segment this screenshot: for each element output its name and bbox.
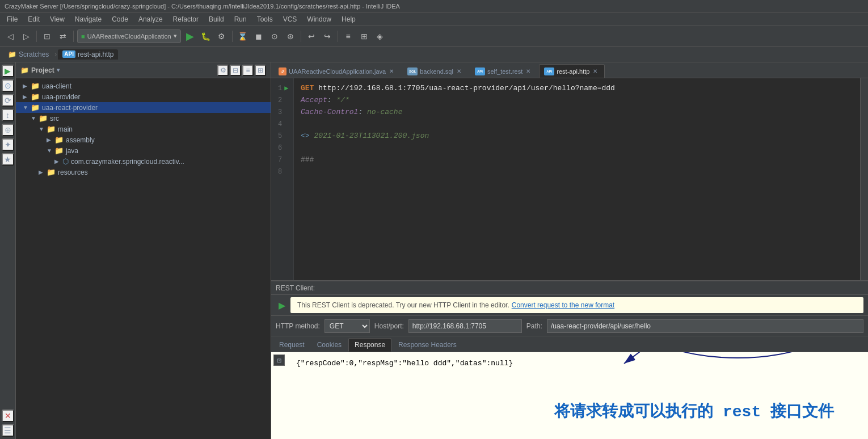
code-line-7: ### [301, 154, 861, 166]
menu-build[interactable]: Build [204, 14, 229, 24]
toolbar-extra2[interactable]: ⊞ [357, 29, 371, 43]
tab-request-label: Request [279, 341, 305, 349]
left-icon-star[interactable]: ★ [2, 153, 14, 166]
breadcrumb-restapi[interactable]: API rest-api.http [58, 49, 118, 60]
tab-icon-sql: SQL [407, 67, 418, 75]
tab-cookies[interactable]: Cookies [311, 338, 347, 352]
host-input[interactable] [408, 319, 522, 333]
response-tool-btn1[interactable]: ⊡ [273, 354, 285, 366]
folder-icon-assembly: 📁 [54, 136, 64, 144]
toolbar-undo[interactable]: ↩ [305, 29, 318, 43]
path-input[interactable] [547, 319, 863, 333]
tree-sort-btn[interactable]: ≡ [242, 65, 254, 76]
tab-close-sql[interactable]: ✕ [456, 68, 462, 75]
tree-arrow-package: ▶ [54, 158, 62, 164]
tree-item-main[interactable]: ▼ 📁 main [16, 124, 271, 134]
tree-item-uaa-provider[interactable]: ▶ 📁 uaa-provider [16, 91, 271, 102]
menu-window[interactable]: Window [302, 14, 336, 24]
toolbar-build[interactable]: ⚙ [215, 29, 229, 43]
left-icon-run[interactable]: ▶ [2, 65, 14, 77]
rest-run-btn[interactable]: ▶ [276, 299, 288, 311]
scroll-bar-right[interactable] [860, 78, 868, 280]
left-icon-sync[interactable]: ⟳ [2, 94, 14, 107]
menu-view[interactable]: View [45, 14, 69, 24]
left-icon-nav[interactable]: ↕ [2, 109, 14, 121]
tree-arrow-java: ▼ [47, 147, 54, 154]
toolbar-recent[interactable]: ⊡ [40, 29, 54, 43]
menu-file[interactable]: File [2, 14, 22, 24]
tab-close-rest[interactable]: ✕ [525, 68, 532, 75]
code-area[interactable]: GET http://192.168.68.1:7705/uaa-react-p… [294, 78, 868, 280]
tab-icon-java: J [279, 67, 286, 75]
tree-item-java[interactable]: ▼ 📁 java [16, 145, 271, 156]
run-selector[interactable]: ■ UAAReactiveCloudApplication ▾ [77, 29, 181, 43]
menu-analyze[interactable]: Analyze [134, 14, 167, 24]
line-num-4: 4 [278, 119, 289, 130]
menu-navigate[interactable]: Navigate [70, 14, 106, 24]
line-2-num: 2 [278, 95, 282, 106]
http-method-label: HTTP method: [276, 322, 320, 330]
tab-rest-api[interactable]: API rest-api.http ✕ [539, 64, 605, 78]
svg-point-0 [624, 352, 851, 358]
toolbar-back[interactable]: ◁ [3, 29, 17, 43]
code-accept-key: Accept [301, 95, 327, 107]
response-toolbar: ⊡ [273, 354, 285, 366]
code-colon-1: : [327, 95, 336, 107]
tree-arrow-assembly: ▶ [47, 137, 54, 143]
folder-icon-uaa-react-provider: 📁 [31, 103, 40, 112]
menu-help[interactable]: Help [337, 14, 360, 24]
tree-item-src[interactable]: ▼ 📁 src [16, 113, 271, 124]
run-selector-icon: ■ [81, 33, 85, 40]
code-method: GET [301, 83, 318, 95]
tree-layout-btn[interactable]: ⊟ [230, 65, 241, 76]
tree-item-resources[interactable]: ▶ 📁 resources [16, 167, 271, 178]
tree-gear-btn[interactable]: ⚙ [217, 65, 229, 76]
rest-convert-link[interactable]: Convert request to the new format [512, 301, 614, 309]
left-icon-bottom1[interactable]: ✕ [2, 410, 14, 422]
tree-item-package[interactable]: ▶ ⬡ com.crazymaker.springcloud.reactiv..… [16, 156, 271, 167]
project-dropdown[interactable]: ▾ [57, 67, 60, 73]
tab-backend-sql[interactable]: SQL backend.sql ✕ [402, 64, 469, 78]
tab-self-test[interactable]: API self_test.rest ✕ [470, 64, 538, 78]
path-label: Path: [526, 322, 542, 330]
code-separator: ### [301, 154, 314, 166]
menu-edit[interactable]: Edit [23, 14, 44, 24]
tab-request[interactable]: Request [273, 338, 310, 352]
tree-item-assembly[interactable]: ▶ 📁 assembly [16, 134, 271, 145]
left-icon-commit[interactable]: ⊕ [2, 124, 14, 136]
code-colon-2: : [358, 107, 367, 119]
http-method-select[interactable]: GET POST PUT DELETE [325, 319, 370, 333]
line-1-run-arrow[interactable]: ▶ [284, 83, 288, 94]
tab-response[interactable]: Response [348, 338, 391, 352]
run-button[interactable]: ▶ [183, 29, 197, 43]
tree-item-uaa-react-provider[interactable]: ▼ 📁 uaa-react-provider [16, 102, 271, 113]
toolbar-nav[interactable]: ⇄ [56, 29, 70, 43]
tree-collapse-btn[interactable]: ⊞ [255, 65, 266, 76]
toolbar-extra3[interactable]: ◈ [373, 29, 387, 43]
menu-run[interactable]: Run [230, 14, 251, 24]
toolbar-btn3[interactable]: ⊙ [268, 29, 281, 43]
tab-close-http[interactable]: ✕ [592, 68, 599, 75]
toolbar-extra1[interactable]: ≡ [342, 29, 355, 43]
toolbar-btn4[interactable]: ⊛ [284, 29, 297, 43]
menu-code[interactable]: Code [107, 14, 133, 24]
left-icon-extras[interactable]: ✦ [2, 138, 14, 151]
toolbar-redo[interactable]: ↪ [321, 29, 334, 43]
tab-label-rest: self_test.rest [487, 68, 523, 75]
tab-response-label: Response [355, 341, 385, 349]
toolbar-btn2[interactable]: ◼ [252, 29, 266, 43]
menu-vcs[interactable]: VCS [279, 14, 302, 24]
left-icon-bottom2[interactable]: ☰ [2, 424, 14, 437]
tab-response-headers[interactable]: Response Headers [393, 338, 462, 352]
breadcrumb-scratches[interactable]: 📁 Scratches [3, 49, 53, 60]
toolbar-forward[interactable]: ▷ [19, 29, 33, 43]
menu-refactor[interactable]: Refactor [168, 14, 203, 24]
toolbar-btn1[interactable]: ⌛ [236, 29, 250, 43]
left-icon-debug[interactable]: ⊙ [2, 79, 14, 92]
tab-uaa-reactive[interactable]: J UAAReactiveCloudApplication.java ✕ [273, 64, 401, 78]
debug-button[interactable]: 🐛 [199, 29, 213, 43]
tree-item-uaa-client[interactable]: ▶ 📁 uaa-client [16, 81, 271, 91]
code-response-file: 2021-01-23T113021.200.json [314, 130, 429, 142]
tab-close-uaa[interactable]: ✕ [388, 68, 395, 75]
menu-tools[interactable]: Tools [252, 14, 277, 24]
